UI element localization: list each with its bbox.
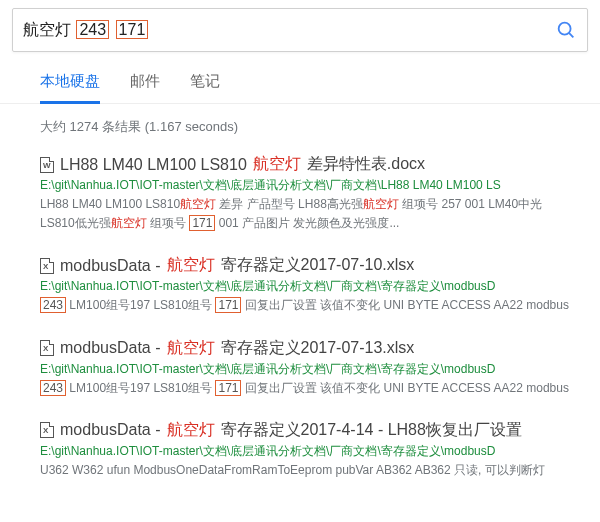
snippet-text: LM100组号197 LS810组号 bbox=[66, 381, 215, 395]
highlight-red: 航空灯 bbox=[111, 216, 147, 230]
title-segment: LH88 LM40 LM100 LS810 bbox=[60, 156, 247, 174]
snippet-text: 差异 产品型号 LH88高光强 bbox=[216, 197, 363, 211]
tab-1[interactable]: 邮件 bbox=[130, 68, 160, 103]
result-snippet: U362 W362 ufun ModbusOneDataFromRamToEep… bbox=[40, 461, 588, 480]
snippet-text: 组项号 257 001 LM40中光 bbox=[399, 197, 542, 211]
title-segment: 寄存器定义2017-4-14 - LH88恢复出厂设置 bbox=[221, 420, 522, 441]
snippet-text: LH88 LM40 LM100 LS810 bbox=[40, 197, 180, 211]
search-highlight-term1: 243 bbox=[76, 20, 109, 40]
search-bar[interactable]: 航空灯 243 171 bbox=[12, 8, 588, 52]
title-segment: 航空灯 bbox=[167, 338, 215, 359]
excel-doc-icon: X bbox=[40, 340, 54, 356]
word-doc-icon: W bbox=[40, 157, 54, 173]
snippet-text: 回复出厂设置 该值不变化 UNI BYTE ACCESS AA22 modbus bbox=[241, 298, 568, 312]
snippet-text: 组项号 bbox=[147, 216, 190, 230]
highlight-box: 171 bbox=[215, 380, 241, 396]
result-path: E:\git\Nanhua.IOT\IOT-master\文档\底层通讯分析文档… bbox=[40, 361, 588, 378]
result-snippet: 243 LM100组号197 LS810组号 171 回复出厂设置 该值不变化 … bbox=[40, 379, 588, 398]
result-title[interactable]: WLH88 LM40 LM100 LS810航空灯差异特性表.docx bbox=[40, 154, 588, 175]
title-segment: 寄存器定义2017-07-10.xlsx bbox=[221, 255, 415, 276]
snippet-text: 回复出厂设置 该值不变化 UNI BYTE ACCESS AA22 modbus bbox=[241, 381, 568, 395]
results-list: WLH88 LM40 LM100 LS810航空灯差异特性表.docxE:\gi… bbox=[0, 154, 600, 480]
excel-doc-icon: X bbox=[40, 422, 54, 438]
search-icon[interactable] bbox=[555, 19, 577, 41]
snippet-text: 001 产品图片 发光颜色及光强度... bbox=[215, 216, 399, 230]
search-highlight-term2: 171 bbox=[116, 20, 149, 40]
result-path: E:\git\Nanhua.IOT\IOT-master\文档\底层通讯分析文档… bbox=[40, 278, 588, 295]
highlight-red: 航空灯 bbox=[363, 197, 399, 211]
search-text-prefix: 航空灯 bbox=[23, 21, 71, 38]
title-segment: modbusData - bbox=[60, 339, 161, 357]
highlight-box: 243 bbox=[40, 380, 66, 396]
result-title[interactable]: XmodbusData - 航空灯寄存器定义2017-07-13.xlsx bbox=[40, 338, 588, 359]
result-item: XmodbusData - 航空灯寄存器定义2017-07-13.xlsxE:\… bbox=[40, 338, 588, 398]
result-item: XmodbusData - 航空灯寄存器定义2017-4-14 - LH88恢复… bbox=[40, 420, 588, 480]
title-segment: 航空灯 bbox=[167, 255, 215, 276]
highlight-red: 航空灯 bbox=[180, 197, 216, 211]
result-path: E:\git\Nanhua.IOT\IOT-master\文档\底层通讯分析文档… bbox=[40, 443, 588, 460]
result-stats: 大约 1274 条结果 (1.167 seconds) bbox=[0, 104, 600, 146]
title-segment: 差异特性表.docx bbox=[307, 154, 425, 175]
svg-point-0 bbox=[559, 23, 571, 35]
title-segment: 航空灯 bbox=[167, 420, 215, 441]
highlight-box: 171 bbox=[215, 297, 241, 313]
snippet-text: U362 W362 ufun ModbusOneDataFromRamToEep… bbox=[40, 463, 545, 477]
result-title[interactable]: XmodbusData - 航空灯寄存器定义2017-4-14 - LH88恢复… bbox=[40, 420, 588, 441]
highlight-box: 243 bbox=[40, 297, 66, 313]
highlight-box: 171 bbox=[189, 215, 215, 231]
svg-line-1 bbox=[569, 33, 573, 37]
result-path: E:\git\Nanhua.IOT\IOT-master\文档\底层通讯分析文档… bbox=[40, 177, 588, 194]
result-title[interactable]: XmodbusData - 航空灯寄存器定义2017-07-10.xlsx bbox=[40, 255, 588, 276]
excel-doc-icon: X bbox=[40, 258, 54, 274]
search-input[interactable]: 航空灯 243 171 bbox=[23, 20, 543, 41]
result-item: XmodbusData - 航空灯寄存器定义2017-07-10.xlsxE:\… bbox=[40, 255, 588, 315]
title-segment: modbusData - bbox=[60, 421, 161, 439]
title-segment: 寄存器定义2017-07-13.xlsx bbox=[221, 338, 415, 359]
tab-2[interactable]: 笔记 bbox=[190, 68, 220, 103]
snippet-text: LS810低光强 bbox=[40, 216, 111, 230]
title-segment: modbusData - bbox=[60, 257, 161, 275]
result-item: WLH88 LM40 LM100 LS810航空灯差异特性表.docxE:\gi… bbox=[40, 154, 588, 233]
title-segment: 航空灯 bbox=[253, 154, 301, 175]
result-snippet: 243 LM100组号197 LS810组号 171 回复出厂设置 该值不变化 … bbox=[40, 296, 588, 315]
result-snippet: LH88 LM40 LM100 LS810航空灯 差异 产品型号 LH88高光强… bbox=[40, 195, 588, 233]
snippet-text: LM100组号197 LS810组号 bbox=[66, 298, 215, 312]
tab-0[interactable]: 本地硬盘 bbox=[40, 68, 100, 104]
tabs: 本地硬盘邮件笔记 bbox=[0, 52, 600, 104]
